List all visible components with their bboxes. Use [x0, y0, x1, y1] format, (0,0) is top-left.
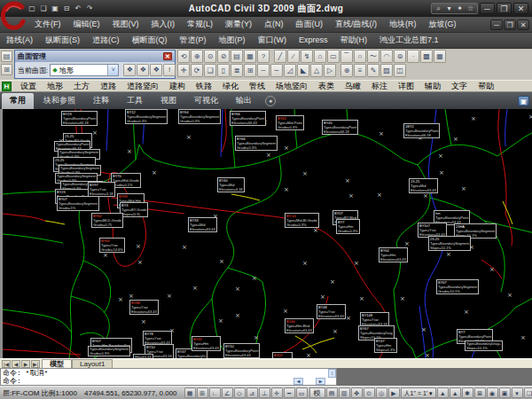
plugin-menu-item[interactable]: 绿化	[217, 81, 244, 92]
zoom-previous-icon[interactable]: ⊘	[217, 50, 230, 63]
plugin-menu-item[interactable]: 帮助	[473, 81, 499, 92]
osnap-toggle[interactable]: ◇	[234, 387, 246, 398]
table-icon[interactable]: ▦	[434, 50, 446, 63]
drawing-canvas[interactable]: ××××××××××××××××××××××××××××××××××××××××…	[0, 109, 532, 358]
menu-item[interactable]: 窗口(W)	[252, 33, 293, 48]
ortho-toggle[interactable]: ∟	[209, 387, 221, 398]
show-motion-icon[interactable]: ▶	[388, 387, 400, 398]
menu-item[interactable]: 视图(V)	[106, 17, 145, 32]
trim-icon[interactable]: ┄	[257, 64, 270, 77]
layout-tab-Layout1[interactable]: Layout1	[72, 359, 113, 368]
chevron-down-icon[interactable]: ˅	[107, 65, 118, 75]
status-menu-arrow-icon[interactable]: ▾	[512, 387, 523, 398]
fillet-icon[interactable]: ◣	[297, 64, 309, 77]
pan-icon[interactable]: ⊕	[340, 64, 353, 77]
plugin-menu-item[interactable]: 标注	[366, 81, 393, 92]
zoom-tool-icon[interactable]: ⊙	[364, 387, 375, 398]
plugin-menu-item[interactable]: 道路	[95, 81, 121, 92]
line-icon[interactable]: ╱	[274, 50, 286, 63]
annotation-scale-button[interactable]: 人1" = 1' ▾	[401, 387, 436, 398]
favorites-icon[interactable]: ☆	[466, 4, 475, 12]
lwt-toggle[interactable]: ━	[284, 387, 295, 398]
arc-icon[interactable]: ⌒	[340, 50, 353, 63]
menu-item[interactable]: Express	[293, 33, 334, 48]
plugin-menu-item[interactable]: 铁路	[191, 81, 217, 92]
layer-icon[interactable]: ≡	[354, 64, 366, 77]
plugin-menu-item[interactable]: 鸟瞰	[340, 81, 366, 92]
menu-item[interactable]: 地块(R)	[383, 17, 423, 32]
surface-select[interactable]: ◆ 地形 ˅	[50, 64, 119, 76]
command-scroll-right-icon[interactable]: ▶	[316, 378, 325, 385]
named-views-icon[interactable]: ▤	[231, 50, 243, 63]
array-icon[interactable]: ⊞	[244, 64, 256, 77]
ducs-toggle[interactable]: ⊥	[259, 387, 270, 398]
menu-item[interactable]: 常规(L)	[181, 17, 219, 32]
menu-item[interactable]: 横断面(Q)	[126, 33, 174, 48]
ribbon-tab-视图[interactable]: 视图	[153, 93, 184, 109]
otrack-toggle[interactable]: ⊿	[246, 387, 258, 398]
toolbar-lock-icon[interactable]: ⊠	[474, 387, 486, 398]
doc-restore-button[interactable]: ❐	[504, 20, 516, 30]
plugin-menu-item[interactable]: 管线	[244, 81, 270, 92]
doc-close-button[interactable]: ✕	[517, 20, 529, 30]
pan-tool-icon[interactable]: ✥	[351, 387, 363, 398]
dyn-toggle[interactable]: ✛	[271, 387, 283, 398]
surface-alert-icon[interactable]: !	[163, 64, 176, 76]
viewport-icon[interactable]: ◫	[394, 64, 406, 77]
search-dropdown-icon[interactable]: ▾	[444, 4, 454, 12]
circle-icon[interactable]: ○	[354, 50, 366, 63]
doc-minimize-button[interactable]: ─	[490, 20, 503, 30]
menu-item[interactable]: 编辑(E)	[67, 17, 106, 32]
polar-toggle[interactable]: ∠	[222, 387, 233, 398]
revcloud-icon[interactable]: 〜	[367, 50, 379, 63]
menu-item[interactable]: 文件(F)	[28, 17, 67, 32]
zoom-window-icon[interactable]: ⊙	[204, 50, 216, 63]
surface-edit-icon[interactable]: ❖	[137, 64, 149, 76]
status-lamp-icon[interactable]: ◉	[487, 387, 498, 398]
command-window[interactable]: 命令: *取消* 命令: ↕ ◀ ▶	[0, 368, 337, 386]
plugin-menu-item[interactable]: 设置	[15, 81, 42, 92]
layout-nav-icon[interactable]: |◀	[2, 360, 11, 368]
plugin-menu-item[interactable]: 道路竖向	[121, 81, 164, 92]
offset-icon[interactable]: ≣	[231, 64, 243, 77]
menu-item[interactable]: 帮助(H)	[334, 33, 374, 48]
menu-item[interactable]: 放坡(G)	[423, 17, 463, 32]
sheetset-icon[interactable]: ▦	[244, 50, 256, 63]
qp-toggle[interactable]: ▭	[296, 387, 308, 398]
model-space-button[interactable]: 模型	[309, 387, 325, 398]
layer-props-icon[interactable]: ✎	[367, 64, 379, 77]
hatch-icon[interactable]: ▩	[420, 50, 433, 63]
properties-icon[interactable]: ▤	[1, 51, 12, 62]
rotate-icon[interactable]: ⟳	[191, 64, 203, 77]
clean-screen-icon[interactable]: ❏	[524, 387, 532, 398]
command-input-line[interactable]: 命令:	[3, 377, 334, 385]
plugin-menu-item[interactable]: 地形	[42, 81, 68, 92]
menu-item[interactable]: 直线/曲线(/)	[329, 17, 383, 32]
menu-item[interactable]: 测量(Y)	[219, 17, 258, 32]
quick-view-layouts-icon[interactable]: ▤	[326, 387, 338, 398]
ribbon-minimize-icon[interactable]: ●	[265, 96, 276, 106]
command-vscroll[interactable]: ↕	[328, 369, 336, 378]
zoom-realtime-icon[interactable]: ⊕	[191, 50, 203, 63]
search-icon[interactable]: ⌕	[434, 4, 443, 13]
stretch-icon[interactable]: ▷	[324, 64, 336, 77]
palette-close-icon[interactable]: ✕	[163, 52, 172, 60]
plugin-menu-item[interactable]: 表类	[313, 81, 340, 92]
menu-item[interactable]: 鸿业工业总图7.1	[373, 33, 445, 48]
layout-nav-icon[interactable]: ▶	[21, 360, 30, 368]
info-center[interactable]: ⌕▾✦☆	[431, 3, 478, 14]
polyline-icon[interactable]: ↯	[301, 50, 313, 63]
command-scroll-left-icon[interactable]: ◀	[293, 378, 303, 385]
minimize-button[interactable]: ─	[480, 3, 495, 14]
move-icon[interactable]: ✛	[177, 64, 190, 77]
refresh-icon[interactable]: ⟲	[177, 50, 190, 63]
extend-icon[interactable]: ╌	[270, 64, 283, 77]
spline-icon[interactable]: ◠	[380, 50, 393, 63]
autocad-c-logo[interactable]	[1, 1, 26, 31]
annotation-autoscale-icon[interactable]: ▲	[450, 387, 461, 398]
xline-icon[interactable]: ⁄	[287, 50, 300, 63]
coordinates-readout[interactable]: 47494.551, 65230.977, 0.000	[79, 389, 177, 397]
plugin-menu-item[interactable]: 文字	[446, 81, 473, 92]
layout-tab-模型[interactable]: 模型	[42, 359, 72, 368]
annotation-visibility-icon[interactable]: ▲	[437, 387, 449, 398]
